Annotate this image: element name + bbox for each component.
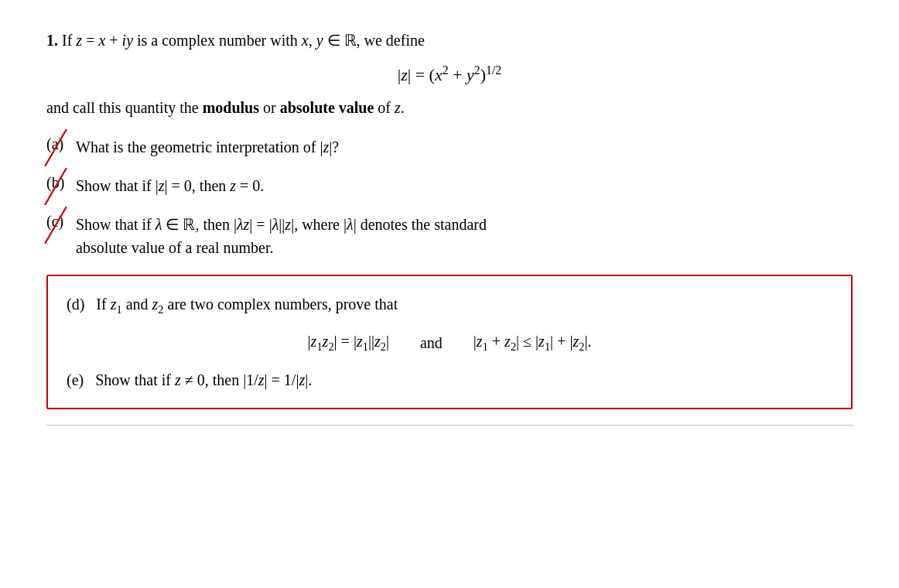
part-e: (e) Show that if z ≠ 0, then |1/z| = 1/|…: [67, 368, 832, 392]
svg-line-1: [45, 168, 67, 205]
part-d-label: (d): [67, 296, 84, 313]
part-e-label: (e): [67, 371, 84, 388]
part-b-label: (b): [46, 174, 76, 192]
part-c: (c) Show that if λ ∈ ℝ, then |λz| = |λ||…: [46, 213, 853, 259]
part-b: (b) Show that if |z| = 0, then z = 0.: [46, 174, 853, 197]
part-d-text: (d) If z1 and z2 are two complex numbers…: [67, 292, 832, 319]
part-b-strikethrough: (b): [46, 174, 64, 192]
part-d-formula2: |z1 + z2| ≤ |z1| + |z2|.: [473, 333, 592, 354]
part-d-formulas: |z1z2| = |z1||z2| and |z1 + z2| ≤ |z1| +…: [67, 333, 832, 354]
part-a-label: (a): [46, 135, 76, 153]
part-a: (a) What is the geometric interpretation…: [46, 135, 853, 159]
modulus-description: and call this quantity the modulus or ab…: [46, 99, 853, 117]
problem-intro: 1. If z = x + iy is a complex number wit…: [46, 31, 853, 50]
part-c-strike-svg: [43, 207, 70, 244]
problem-number-label: 1.: [46, 32, 58, 49]
parts-list: (a) What is the geometric interpretation…: [46, 135, 853, 409]
and-word: and: [420, 334, 443, 352]
svg-line-2: [45, 207, 67, 244]
part-a-text: What is the geometric interpretation of …: [76, 135, 339, 159]
part-c-label: (c): [46, 213, 76, 231]
boxed-section: (d) If z1 and z2 are two complex numbers…: [46, 275, 853, 409]
part-b-strike-svg: [43, 168, 70, 205]
part-d: (d) If z1 and z2 are two complex numbers…: [67, 292, 832, 354]
part-d-formula1: |z1z2| = |z1||z2|: [308, 333, 389, 354]
boxed-parts: (d) If z1 and z2 are two complex numbers…: [46, 275, 853, 409]
problem-container: 1. If z = x + iy is a complex number wit…: [46, 31, 853, 409]
part-a-strikethrough: (a): [46, 135, 63, 153]
bottom-rule: [46, 425, 853, 426]
modulus-formula: |z| = (x2 + y2)1/2: [46, 63, 853, 85]
svg-line-0: [45, 129, 67, 166]
part-e-text: (e) Show that if z ≠ 0, then |1/z| = 1/|…: [67, 368, 832, 392]
part-c-text: Show that if λ ∈ ℝ, then |λz| = |λ||z|, …: [76, 213, 487, 259]
part-b-text: Show that if |z| = 0, then z = 0.: [76, 174, 264, 197]
part-a-strike-svg: [43, 129, 70, 166]
part-c-strikethrough: (c): [46, 213, 63, 231]
